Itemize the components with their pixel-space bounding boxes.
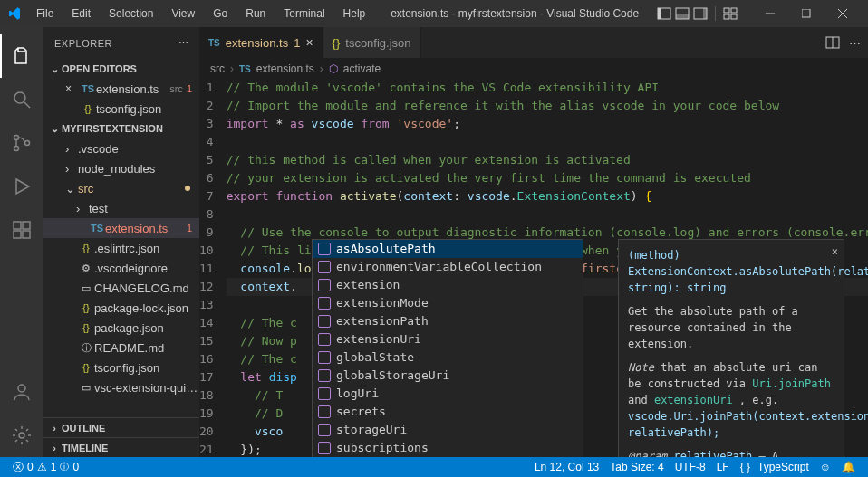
layout-sidebar-left-icon[interactable] <box>657 6 671 21</box>
extensions-icon[interactable] <box>0 208 43 252</box>
item-name: src <box>78 182 185 196</box>
editor-tab[interactable]: {} tsconfig.json <box>323 27 421 58</box>
suggestion-item[interactable]: globalState <box>313 348 583 367</box>
chevron-icon: › <box>65 142 78 156</box>
code-editor[interactable]: 1234567891011121314151617181920212223242… <box>199 79 868 457</box>
menu-terminal[interactable]: Terminal <box>276 4 332 24</box>
breadcrumb[interactable]: src › TS extension.ts › ⬡ activate <box>199 59 868 79</box>
folder-section[interactable]: ⌄ myfirstextension <box>43 119 199 138</box>
suggestion-item[interactable]: extension <box>313 276 583 294</box>
suggestion-item[interactable]: subscriptions <box>313 439 583 457</box>
timeline-section[interactable]: › Timeline <box>43 437 199 457</box>
status-cursor-position[interactable]: Ln 12, Col 13 <box>529 461 604 473</box>
svg-rect-9 <box>731 14 737 19</box>
menu-file[interactable]: File <box>29 4 61 24</box>
item-name: test <box>89 202 199 215</box>
folder-item[interactable]: ›test <box>43 198 199 218</box>
source-control-icon[interactable] <box>0 121 43 165</box>
split-editor-icon[interactable] <box>825 35 840 50</box>
suggestion-label: globalState <box>336 348 414 367</box>
status-language[interactable]: { }TypeScript <box>735 461 815 473</box>
chevron-right-icon: › <box>320 62 323 75</box>
run-debug-icon[interactable] <box>0 165 43 208</box>
layout-sidebar-right-icon[interactable] <box>693 6 708 21</box>
tooltip-signature: (method) ExtensionContext.asAbsolutePath… <box>628 247 834 296</box>
settings-gear-icon[interactable] <box>0 414 43 457</box>
open-editor-item[interactable]: × TS extension.ts src 1 <box>43 79 199 99</box>
maximize-button[interactable] <box>788 1 825 26</box>
close-button[interactable] <box>825 1 861 26</box>
editor-tab[interactable]: TS extension.ts 1 × <box>199 27 323 58</box>
status-errors[interactable]: ⓧ0 ⚠1 ⓘ0 <box>7 460 84 475</box>
svg-rect-21 <box>23 231 30 238</box>
layout-panel-icon[interactable] <box>675 6 690 21</box>
close-tab-icon[interactable]: × <box>305 35 313 50</box>
folder-item[interactable]: ›node_modules <box>43 158 199 178</box>
breadcrumb-item[interactable]: extension.ts <box>256 62 314 75</box>
file-item[interactable]: {}tsconfig.json <box>43 358 199 377</box>
chevron-down-icon: ⌄ <box>47 63 62 75</box>
line-gutter: 1234567891011121314151617181920212223242… <box>199 79 227 457</box>
notifications-icon[interactable]: 🔔 <box>836 461 861 473</box>
item-name: README.md <box>94 341 199 355</box>
folder-item[interactable]: ⌄src <box>43 178 199 198</box>
more-actions-icon[interactable]: ⋯ <box>849 36 861 50</box>
suggestion-item[interactable]: storageUri <box>313 421 583 439</box>
open-editor-item[interactable]: × {} tsconfig.json <box>43 99 199 119</box>
suggestion-item[interactable]: logUri <box>313 385 583 403</box>
item-name: package.json <box>94 321 199 335</box>
svg-rect-5 <box>703 8 707 19</box>
chevron-down-icon: ⌄ <box>47 123 62 135</box>
close-icon[interactable]: × <box>832 243 838 260</box>
file-item[interactable]: ▭vsc-extension-quickstart.md <box>43 377 199 397</box>
status-tab-size[interactable]: Tab Size: 4 <box>604 461 669 473</box>
menu-go[interactable]: Go <box>206 4 235 24</box>
file-item[interactable]: ⚙.vscodeignore <box>43 258 199 278</box>
activity-bar <box>0 27 43 457</box>
file-item[interactable]: ⓘREADME.md <box>43 338 199 358</box>
suggestion-item[interactable]: extensionUri <box>313 330 583 348</box>
close-icon[interactable]: × <box>65 82 80 95</box>
accounts-icon[interactable] <box>0 370 43 414</box>
main-menu: File Edit Selection View Go Run Terminal… <box>29 4 372 24</box>
menu-run[interactable]: Run <box>238 4 273 24</box>
suggestion-item[interactable]: extensionPath <box>313 312 583 330</box>
menu-edit[interactable]: Edit <box>64 4 98 24</box>
titlebar: File Edit Selection View Go Run Terminal… <box>0 0 868 27</box>
file-item[interactable]: {}.eslintrc.json <box>43 238 199 258</box>
explorer-icon[interactable] <box>0 34 43 78</box>
suggestion-item[interactable]: secrets <box>313 403 583 421</box>
suggestion-label: subscriptions <box>336 439 429 457</box>
open-editors-section[interactable]: ⌄ Open Editors <box>43 59 199 79</box>
status-encoding[interactable]: UTF-8 <box>670 461 711 473</box>
breadcrumb-item[interactable]: activate <box>343 62 381 75</box>
suggestion-item[interactable]: extensionMode <box>313 294 583 312</box>
explorer-header: Explorer ⋯ <box>43 27 199 59</box>
search-icon[interactable] <box>0 78 43 121</box>
suggestion-item[interactable]: asAbsolutePath <box>313 240 583 258</box>
svg-point-16 <box>14 136 19 140</box>
file-tree: ›.vscode›node_modules⌄src›testTSextensio… <box>43 138 199 397</box>
menu-view[interactable]: View <box>164 4 202 24</box>
more-actions-icon[interactable]: ⋯ <box>178 37 189 49</box>
file-item[interactable]: {}package-lock.json <box>43 298 199 318</box>
svg-rect-20 <box>14 231 21 238</box>
menu-selection[interactable]: Selection <box>101 4 160 24</box>
status-eol[interactable]: LF <box>711 461 735 473</box>
suggestion-item[interactable]: environmentVariableCollection <box>313 258 583 276</box>
method-icon <box>318 442 331 454</box>
suggestion-item[interactable]: globalStorageUri <box>313 367 583 385</box>
menu-help[interactable]: Help <box>336 4 373 24</box>
tab-label: tsconfig.json <box>345 36 410 50</box>
breadcrumb-item[interactable]: src <box>210 62 225 75</box>
customize-layout-icon[interactable] <box>723 6 738 21</box>
folder-item[interactable]: ›.vscode <box>43 138 199 158</box>
feedback-icon[interactable]: ☺ <box>815 461 836 473</box>
file-item[interactable]: TSextension.ts1 <box>43 218 199 238</box>
file-item[interactable]: ▭CHANGELOG.md <box>43 278 199 298</box>
suggestion-widget[interactable]: asAbsolutePathenvironmentVariableCollect… <box>312 239 583 457</box>
file-item[interactable]: {}package.json <box>43 318 199 338</box>
file-icon: ▭ <box>78 282 94 294</box>
outline-section[interactable]: › Outline <box>43 417 199 437</box>
minimize-button[interactable] <box>752 1 788 26</box>
